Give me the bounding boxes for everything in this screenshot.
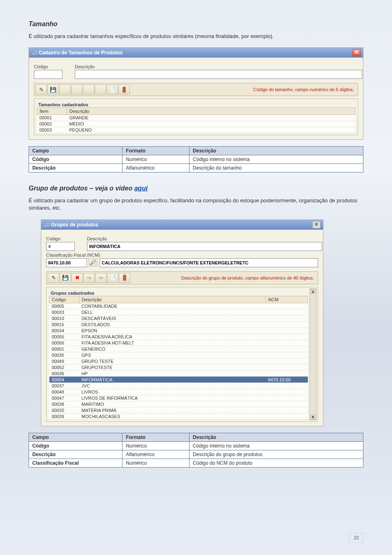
new-icon[interactable]: 📄 (107, 85, 118, 94)
toolbar-hint: Código do tamanho, campo numérico de 5 d… (254, 87, 356, 92)
table-row[interactable]: 00037JVC (49, 383, 308, 389)
save-icon[interactable]: 💾 (47, 85, 59, 94)
table-row[interactable]: 00052GRUPOTESTE (49, 364, 308, 370)
intro-text-2: É utilizado para cadastrar um grupo de p… (29, 197, 363, 212)
col-descricao[interactable]: Descrição (67, 108, 355, 115)
col-item[interactable]: Ítem (37, 108, 67, 115)
save-icon[interactable]: 💾 (60, 273, 71, 283)
table-row[interactable]: 00033DELL (49, 309, 308, 315)
table-row[interactable]: 00038MARITIMO (49, 401, 308, 407)
table-row: CódigoNuméricoCódigo interno no sistema (29, 155, 363, 164)
table-row: Classificação FiscalNuméricoCódigo do NC… (29, 459, 363, 467)
fieldset-legend: Grupos cadastrados (49, 291, 96, 295)
descricao-label: Descrição (87, 236, 318, 241)
col-descricao[interactable]: Descrição (79, 296, 266, 303)
ncm-lookup-button[interactable]: 🔎 (89, 258, 98, 266)
edit-icon[interactable]: ✎ (36, 85, 47, 94)
descricao-input[interactable] (75, 70, 362, 79)
scrollbar[interactable]: ▲▼ (310, 289, 316, 420)
table-row[interactable]: 00047LIVROS DE INFORMÁTICA (49, 395, 308, 401)
btn[interactable] (71, 85, 82, 94)
codigo-input[interactable] (34, 70, 62, 79)
descricao-input[interactable] (87, 242, 322, 251)
edit-icon[interactable]: ✎ (48, 273, 59, 283)
th-campo: Campo (29, 433, 122, 441)
table-row: CódigoNuméricoCódigo interno no sistema (29, 441, 363, 450)
table-row[interactable]: 00015DESTILADOS (49, 321, 308, 327)
th-campo: Campo (29, 147, 122, 155)
table-row: DescriçãoAlfanuméricoDescrição do grupo … (29, 450, 363, 459)
new-icon[interactable]: 📄 (107, 273, 118, 283)
fieldset-legend: Tamanhos cadastrados (37, 102, 90, 107)
table-row[interactable]: 00035GPS (49, 352, 308, 358)
definition-table-1: Campo Formato Descrição CódigoNuméricoCó… (29, 146, 363, 172)
window-tamanhos: ..:: Cadastro de Tamanhos de Produtos ✕ … (29, 47, 363, 140)
table-row[interactable]: 00036HP (49, 370, 308, 376)
table-row[interactable]: 00020MATÉRIA PRIMA (49, 407, 308, 413)
btn[interactable] (59, 85, 71, 94)
table-row[interactable]: 00056FITA ADESIVA HOT-MELT (49, 340, 308, 346)
page-number: 20 (349, 533, 363, 543)
window-grupos: ..:: Grupos de produtos ✕ Código Descriç… (41, 219, 323, 426)
table-row[interactable]: 00005CONTABILIDADE (49, 303, 308, 309)
close-icon[interactable]: ✕ (312, 221, 321, 228)
col-codigo[interactable]: Código (49, 296, 79, 303)
table-row[interactable]: 00004INFORMÁTICA8470.10.00 (49, 376, 308, 383)
table-row[interactable]: 00002MÉDIO (37, 121, 355, 127)
table-row[interactable]: 00034EPSON (49, 327, 308, 333)
table-row[interactable]: 00001GRANDE (37, 115, 355, 121)
table-row[interactable]: 00010DESCARTÁVEIS (49, 315, 308, 321)
toolbar: ✎ 💾 ✖ ⇨ ⇦ 📄 🚪 Descrição do grupo de prod… (46, 271, 318, 284)
descricao-label: Descrição (75, 64, 358, 69)
grid-tamanhos: Ítem Descrição 00001GRANDE00002MÉDIO0000… (37, 107, 355, 133)
th-descricao: Descrição (189, 147, 363, 155)
prev-icon[interactable]: ⇦ (95, 273, 107, 283)
toolbar-hint: Descrição do grupo de produto, campo alf… (181, 275, 316, 280)
table-row[interactable]: 00055FITA ADESIVA ACRÍLICA (49, 333, 308, 340)
table-row[interactable]: 00048LIVROS (49, 389, 308, 395)
toolbar: ✎ 💾 📄 🚪 Código do tamanho, campo numéric… (34, 83, 358, 96)
th-formato: Formato (122, 147, 189, 155)
link-aqui[interactable]: aqui (134, 185, 148, 192)
next-icon[interactable]: ⇨ (83, 273, 95, 283)
btn[interactable] (95, 85, 106, 94)
section-title-1: Tamanho (29, 20, 363, 28)
section-title-2: Grupo de produtos – veja o vídeo aqui (29, 185, 363, 192)
codigo-label: Código (46, 236, 75, 241)
codigo-input[interactable] (46, 242, 75, 251)
table-row[interactable]: 00039MOCHILASCASES (49, 413, 308, 419)
table-row[interactable]: 00003PEQUENO (37, 127, 355, 133)
btn[interactable] (83, 85, 94, 94)
ncm-label: Classificação Fiscal (NCM) (46, 253, 318, 257)
window-title: ..:: Grupos de produtos (44, 222, 98, 228)
grid-grupos: Código Descrição NCM 00005CONTABILIDADE0… (49, 296, 308, 420)
col-ncm[interactable]: NCM (266, 296, 308, 303)
window-title: ..:: Cadastro de Tamanhos de Produtos (31, 50, 122, 56)
table-row: DescriçãoAlfanuméricoDescrição do tamanh… (29, 164, 363, 172)
ncm-desc-input[interactable] (100, 258, 318, 267)
titlebar: ..:: Cadastro de Tamanhos de Produtos ✕ (29, 48, 363, 58)
exit-icon[interactable]: 🚪 (118, 85, 130, 94)
close-icon[interactable]: ✕ (352, 49, 361, 56)
codigo-label: Código (34, 64, 62, 69)
exit-icon[interactable]: 🚪 (119, 273, 130, 283)
table-row[interactable]: 00001GENERICO (49, 346, 308, 352)
table-row[interactable]: 00049GRUPO TESTE (49, 358, 308, 364)
th-descricao: Descrição (189, 433, 363, 441)
definition-table-2: Campo Formato Descrição CódigoNuméricoCó… (29, 433, 363, 468)
ncm-input[interactable] (46, 258, 87, 267)
titlebar: ..:: Grupos de produtos ✕ (41, 220, 323, 230)
intro-text-1: É utilizado para cadastrar tamanhos espe… (29, 33, 363, 40)
delete-icon[interactable]: ✖ (71, 273, 83, 283)
th-formato: Formato (122, 433, 189, 441)
